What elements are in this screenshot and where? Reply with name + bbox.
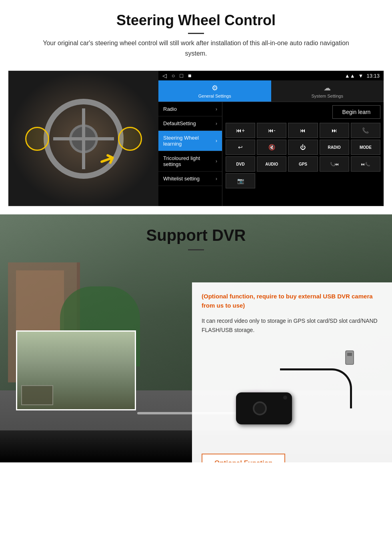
optional-function-button[interactable]: Optional Function (202, 454, 285, 462)
menu-item-whitelist[interactable]: Whitelist setting › (158, 172, 222, 186)
dvr-preview-box (16, 330, 136, 410)
dvr-camera-area (202, 341, 382, 444)
ctrl-power[interactable]: ⏻ (288, 140, 318, 155)
preview-car (21, 385, 53, 405)
steering-title: Steering Wheel Control (16, 12, 376, 29)
ctrl-vol-down[interactable]: ⏮- (257, 123, 286, 138)
ctrl-vol-up[interactable]: ⏮+ (226, 123, 255, 138)
menu-nav-icon[interactable]: ■ (188, 72, 191, 79)
android-right-panel: Begin learn ⏮+ ⏮- ⏮ ⏭ 📞 ↩ 🔇 ⏻ RADIO MODE… (222, 102, 384, 206)
arrow-icon-radio: › (216, 106, 217, 112)
back-nav-icon[interactable]: ◁ (162, 72, 167, 79)
arrow-icon-whitelist: › (216, 176, 217, 182)
dvr-info-panel: (Optional function, require to buy exter… (192, 282, 392, 462)
general-settings-label: General Settings (198, 94, 231, 98)
highlight-circle-left (25, 127, 49, 151)
camera-cable (280, 368, 352, 408)
general-settings-icon: ⚙ (212, 84, 218, 92)
steering-demo-area: ➜ ◁ ○ □ ■ ▲▲ ▼ 13:13 ⚙ General Settings … (8, 70, 384, 206)
menu-item-radio[interactable]: Radio › (158, 102, 222, 116)
heading-divider (188, 33, 204, 34)
begin-learn-row: Begin learn (226, 105, 380, 119)
wifi-icon: ▼ (358, 73, 364, 79)
menu-item-tricoloured[interactable]: Tricoloured light settings › (158, 151, 222, 172)
steering-photo: ➜ (8, 71, 158, 206)
menu-item-tricoloured-label: Tricoloured light settings (163, 155, 216, 167)
system-settings-label: System Settings (312, 94, 343, 98)
steering-description: Your original car's steering wheel contr… (36, 38, 356, 58)
dvr-divider (188, 249, 204, 250)
system-settings-icon: ☁ (324, 84, 331, 92)
ctrl-prev-track[interactable]: ⏮ (288, 123, 318, 138)
arrow-icon-steering: › (216, 138, 217, 144)
control-grid: ⏮+ ⏮- ⏮ ⏭ 📞 ↩ 🔇 ⏻ RADIO MODE DVD AUDIO G… (226, 123, 380, 188)
signal-icon: ▲▲ (345, 73, 355, 79)
menu-item-whitelist-label: Whitelist setting (163, 176, 200, 182)
home-nav-icon[interactable]: ○ (172, 72, 175, 79)
ctrl-radio[interactable]: RADIO (320, 140, 349, 155)
dvr-optional-text: (Optional function, require to buy exter… (202, 292, 382, 310)
ctrl-phone[interactable]: 📞 (351, 123, 380, 138)
dvr-section-content: Support DVR (0, 214, 392, 250)
usb-connector (345, 350, 354, 365)
highlight-circle-right (118, 127, 142, 151)
ctrl-dvd[interactable]: DVD (226, 156, 255, 172)
ctrl-next-track[interactable]: ⏭ (320, 123, 349, 138)
android-tabs: ⚙ General Settings ☁ System Settings (158, 80, 384, 102)
menu-item-steering[interactable]: Steering Wheel learning › (158, 131, 222, 151)
dvr-lower-area: (Optional function, require to buy exter… (0, 282, 392, 462)
usb-port (347, 353, 352, 356)
dvr-title: Support DVR (146, 226, 246, 244)
nav-icons-group: ◁ ○ □ ■ (162, 72, 342, 79)
android-menu: Radio › DefaultSetting › Steering Wheel … (158, 102, 222, 206)
status-time: 13:13 (366, 73, 380, 79)
arrow-icon-tricoloured: › (216, 158, 217, 164)
menu-item-radio-label: Radio (163, 106, 177, 112)
begin-learn-button[interactable]: Begin learn (332, 105, 380, 119)
android-statusbar: ◁ ○ □ ■ ▲▲ ▼ 13:13 (158, 71, 384, 80)
camera-lens (253, 402, 267, 416)
tab-general-settings[interactable]: ⚙ General Settings (158, 80, 271, 102)
menu-item-default-label: DefaultSetting (163, 120, 196, 126)
dvr-section: Support DVR (Optional function, require … (0, 214, 392, 462)
menu-item-steering-label: Steering Wheel learning (163, 135, 216, 147)
dvr-preview-inner (17, 332, 135, 409)
steering-photo-inner: ➜ (8, 71, 158, 206)
ctrl-audio[interactable]: AUDIO (257, 156, 286, 172)
dvr-description-text: It can record video only to storage in G… (202, 316, 382, 334)
android-content-area: Radio › DefaultSetting › Steering Wheel … (158, 102, 384, 206)
menu-item-default[interactable]: DefaultSetting › (158, 116, 222, 131)
ctrl-phone-next[interactable]: ⏭📞 (351, 156, 380, 172)
ctrl-camera[interactable]: 📷 (226, 173, 255, 188)
dvr-camera-illustration (232, 352, 352, 432)
tab-system-settings[interactable]: ☁ System Settings (271, 80, 384, 102)
ctrl-gps[interactable]: GPS (288, 156, 318, 172)
ctrl-mute[interactable]: 🔇 (257, 140, 286, 155)
recent-nav-icon[interactable]: □ (180, 72, 183, 79)
arrow-icon-default: › (216, 121, 217, 126)
ctrl-back[interactable]: ↩ (226, 140, 255, 155)
steering-wheel-wrapper: ➜ (44, 99, 124, 179)
ctrl-phone-prev[interactable]: 📞⏮ (320, 156, 349, 172)
spoke-vertical (82, 108, 85, 169)
ctrl-mode[interactable]: MODE (351, 140, 380, 155)
android-ui-panel: ◁ ○ □ ■ ▲▲ ▼ 13:13 ⚙ General Settings ☁ … (158, 71, 384, 206)
steering-section-header: Steering Wheel Control Your original car… (0, 0, 392, 62)
